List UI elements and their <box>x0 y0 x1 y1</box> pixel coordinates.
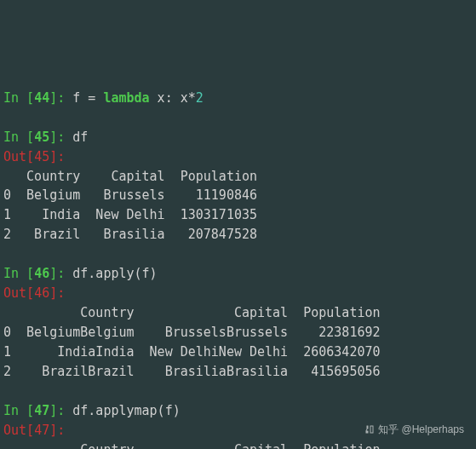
out-prompt: Out[46]: <box>3 285 72 301</box>
code-line: df <box>72 130 88 145</box>
in-prompt: In [46]: <box>3 266 72 281</box>
table-row: 1 India New Delhi 1303171035 <box>3 207 257 222</box>
in-prompt: In [45]: <box>3 130 72 145</box>
table-header: Country Capital Population <box>3 442 381 449</box>
watermark: 知乎 @Helperhaps <box>364 422 464 437</box>
table-row: 2 BrazilBrazil BrasiliaBrasilia 41569505… <box>3 364 381 379</box>
table-row: 0 BelgiumBelgium BrusselsBrussels 223816… <box>3 325 381 340</box>
table-row: 0 Belgium Brussels 11190846 <box>3 187 257 203</box>
table-row: 2 Brazil Brasilia 207847528 <box>3 227 257 242</box>
in-prompt: In [44]: <box>3 90 72 106</box>
zhihu-icon <box>364 424 375 435</box>
table-row: 1 IndiaIndia New DelhiNew Delhi 26063420… <box>3 344 381 360</box>
code-line: df.applymap(f) <box>72 403 180 418</box>
table-header: Country Capital Population <box>3 305 381 320</box>
out-prompt: Out[45]: <box>3 149 72 164</box>
terminal-output: In [44]: f = lambda x: x*2 In [45]: df O… <box>3 89 473 449</box>
code-line: f = lambda x: x*2 <box>72 90 204 106</box>
in-prompt: In [47]: <box>3 403 72 418</box>
code-line: df.apply(f) <box>72 266 157 281</box>
out-prompt: Out[47]: <box>3 423 72 438</box>
table-header: Country Capital Population <box>3 169 257 184</box>
